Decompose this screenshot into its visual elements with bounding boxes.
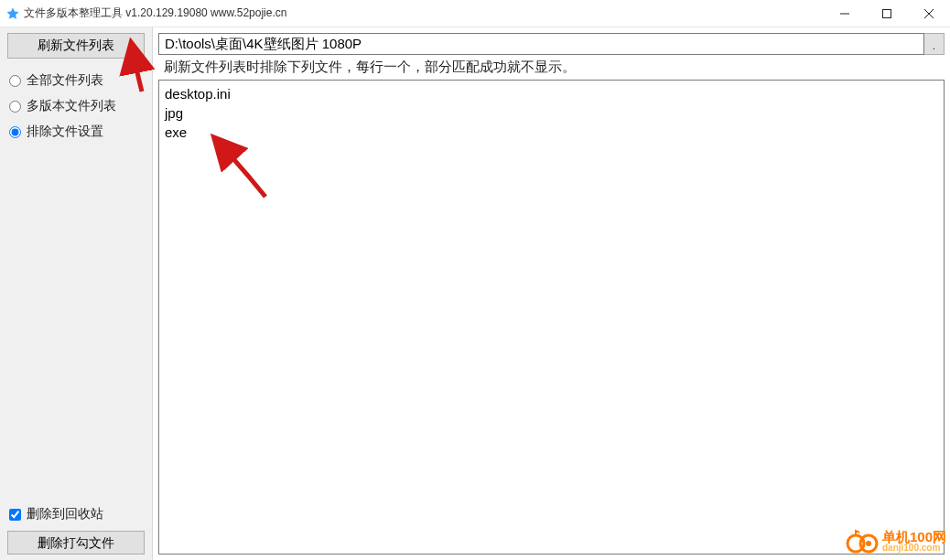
titlebar: 文件多版本整理工具 v1.20.129.19080 www.52pojie.cn — [0, 0, 950, 27]
delete-button[interactable]: 删除打勾文件 — [7, 531, 145, 555]
exclude-textarea[interactable] — [158, 80, 945, 555]
radio-multi-version-input[interactable] — [9, 101, 21, 113]
recycle-checkbox[interactable]: 删除到回收站 — [7, 501, 145, 527]
close-button[interactable] — [908, 0, 950, 27]
maximize-button[interactable] — [866, 0, 908, 27]
recycle-checkbox-input[interactable] — [9, 509, 21, 521]
svg-rect-0 — [883, 10, 891, 18]
radio-exclude-settings-label: 排除文件设置 — [27, 124, 103, 140]
sidebar: 刷新文件列表 全部文件列表 多版本文件列表 排除文件设置 删除到回收站 删除打勾… — [0, 27, 153, 560]
browse-button[interactable]: . — [924, 33, 945, 55]
radio-all-files[interactable]: 全部文件列表 — [7, 68, 145, 93]
radio-exclude-settings[interactable]: 排除文件设置 — [7, 119, 145, 145]
app-star-icon — [5, 6, 20, 21]
main-panel: . 刷新文件列表时排除下列文件，每行一个，部分匹配成功就不显示。 — [153, 27, 950, 560]
path-row: . — [158, 33, 945, 55]
refresh-button[interactable]: 刷新文件列表 — [7, 33, 145, 59]
minimize-button[interactable] — [824, 0, 866, 27]
recycle-checkbox-label: 删除到回收站 — [27, 506, 103, 522]
radio-all-files-label: 全部文件列表 — [27, 72, 103, 89]
window-title: 文件多版本整理工具 v1.20.129.19080 www.52pojie.cn — [24, 5, 286, 21]
path-input[interactable] — [158, 33, 924, 55]
radio-all-files-input[interactable] — [9, 75, 21, 87]
exclude-hint-text: 刷新文件列表时排除下列文件，每行一个，部分匹配成功就不显示。 — [158, 57, 945, 80]
radio-multi-version[interactable]: 多版本文件列表 — [7, 93, 145, 119]
radio-exclude-settings-input[interactable] — [9, 126, 21, 138]
radio-multi-version-label: 多版本文件列表 — [27, 98, 116, 114]
window-controls — [824, 0, 950, 27]
